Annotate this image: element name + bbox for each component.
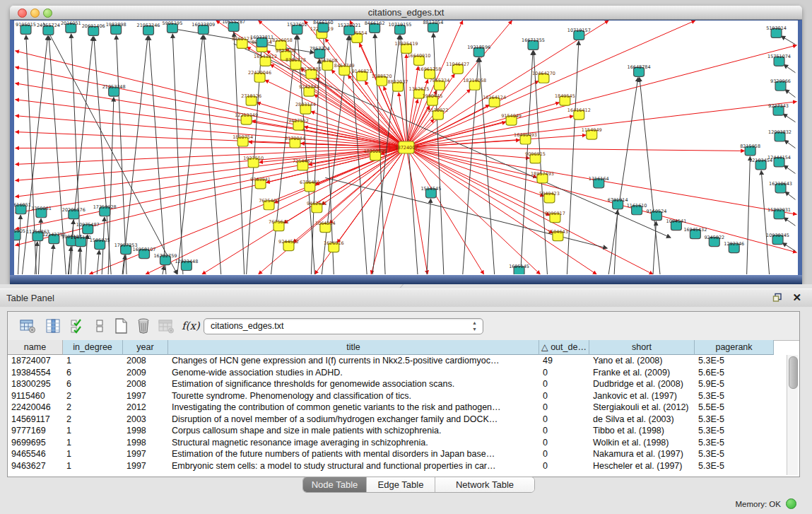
table-cell[interactable]: 5.3E-5 bbox=[695, 355, 774, 367]
edge[interactable] bbox=[784, 64, 795, 72]
table-cell[interactable]: Nakamura et al. (1997) bbox=[589, 448, 695, 460]
edge[interactable] bbox=[784, 165, 795, 173]
table-cell[interactable]: 1998 bbox=[123, 437, 168, 449]
table-cell[interactable]: 1 bbox=[63, 460, 123, 472]
edge[interactable] bbox=[78, 247, 80, 274]
edge[interactable] bbox=[406, 21, 695, 148]
table-cell[interactable]: Structural magnetic resonance image aver… bbox=[168, 437, 539, 449]
show-columns-icon[interactable] bbox=[45, 317, 61, 334]
table-cell[interactable]: Yano et al. (2008) bbox=[589, 355, 695, 367]
edge[interactable] bbox=[761, 170, 769, 274]
edge[interactable] bbox=[783, 114, 795, 122]
select-columns-icon[interactable] bbox=[69, 317, 86, 334]
edge[interactable] bbox=[782, 243, 795, 251]
table-cell[interactable]: 6 bbox=[63, 367, 123, 379]
table-cell[interactable]: 2012 bbox=[123, 402, 168, 414]
table-cell[interactable]: 0 bbox=[539, 414, 589, 426]
edge[interactable] bbox=[401, 35, 418, 274]
edge[interactable] bbox=[177, 35, 203, 274]
edge[interactable] bbox=[108, 98, 114, 274]
table-cell[interactable]: Corpus callosum shape and size in male p… bbox=[168, 425, 539, 437]
table-cell[interactable]: 18300295 bbox=[8, 378, 63, 390]
network-view[interactable]: 1872400718300295886012389129541822605898… bbox=[10, 20, 802, 275]
vertical-scrollbar[interactable] bbox=[787, 355, 798, 475]
edge[interactable] bbox=[116, 35, 126, 274]
table-cell[interactable]: Wolkin et al. (1998) bbox=[589, 437, 695, 449]
table-cell[interactable]: 19384554 bbox=[8, 367, 63, 379]
table-cell[interactable]: 9699695 bbox=[8, 437, 63, 449]
edge[interactable] bbox=[204, 35, 220, 274]
table-cell[interactable]: 1 bbox=[63, 448, 123, 460]
table-cell[interactable]: 1997 bbox=[123, 460, 168, 472]
table-cell[interactable]: 5.3E-5 bbox=[695, 425, 774, 437]
edge[interactable] bbox=[614, 210, 618, 274]
table-row[interactable]: 911546021997Tourette syndrome. Phenomeno… bbox=[8, 390, 787, 402]
table-cell[interactable]: Dudbridge et al. (2008) bbox=[589, 378, 695, 390]
column-header-year[interactable]: year bbox=[123, 340, 168, 355]
table-cell[interactable]: 5.3E-5 bbox=[695, 390, 774, 402]
column-header-in_degree[interactable]: in_degree bbox=[63, 340, 123, 355]
table-cell[interactable]: 5.3E-5 bbox=[695, 448, 774, 460]
rows-icon[interactable] bbox=[91, 317, 108, 334]
table-cell[interactable]: 5.3E-5 bbox=[695, 437, 774, 449]
table-row[interactable]: 2242004622012Investigating the contribut… bbox=[8, 402, 787, 414]
table-row[interactable]: 946554611997Estimation of the future num… bbox=[8, 448, 787, 460]
table-cell[interactable]: 2 bbox=[63, 402, 123, 414]
table-row[interactable]: 946362711997Embryonic stem cells: a mode… bbox=[8, 460, 787, 472]
edge[interactable] bbox=[653, 221, 657, 274]
delete-icon[interactable] bbox=[135, 317, 152, 334]
edge[interactable] bbox=[51, 245, 53, 274]
table-cell[interactable]: 0 bbox=[539, 425, 589, 437]
table-select-dropdown[interactable]: citations_edges.txt ▲▼ bbox=[204, 318, 483, 334]
window-titlebar[interactable]: citations_edges.txt bbox=[10, 6, 802, 20]
table-cell[interactable]: 9463627 bbox=[8, 460, 63, 472]
table-settings-icon[interactable] bbox=[19, 317, 36, 334]
table-cell[interactable]: 5.9E-5 bbox=[695, 378, 774, 390]
column-header-short[interactable]: short bbox=[589, 340, 695, 355]
edge[interactable] bbox=[406, 148, 484, 275]
column-header-out_de[interactable]: △ out_de… bbox=[539, 340, 589, 355]
edge[interactable] bbox=[406, 148, 653, 275]
close-panel-icon[interactable]: ✕ bbox=[792, 291, 801, 304]
table-cell[interactable]: Embryonic stem cells: a model to study s… bbox=[168, 460, 539, 472]
table-cell[interactable]: 1998 bbox=[123, 425, 168, 437]
tab-edge-table[interactable]: Edge Table bbox=[367, 477, 435, 492]
edge[interactable] bbox=[325, 38, 406, 147]
edge[interactable] bbox=[640, 78, 660, 274]
table-cell[interactable]: 5.5E-5 bbox=[695, 402, 774, 414]
table-row[interactable]: 1830029562008Estimation of significance … bbox=[8, 378, 787, 390]
table-cell[interactable]: 5.3E-5 bbox=[695, 414, 774, 426]
edge[interactable] bbox=[781, 36, 795, 45]
table-cell[interactable]: 9777169 bbox=[8, 425, 63, 437]
table-cell[interactable]: 49 bbox=[539, 355, 589, 367]
edge[interactable] bbox=[406, 148, 540, 275]
table-cell[interactable]: Changes of HCN gene expression and I(f) … bbox=[168, 355, 539, 367]
table-cell[interactable]: 0 bbox=[539, 378, 589, 390]
table-cell[interactable]: Franke et al. (2009) bbox=[589, 367, 695, 379]
edge[interactable] bbox=[234, 33, 245, 274]
edge[interactable] bbox=[784, 140, 795, 148]
edge[interactable] bbox=[479, 58, 494, 274]
edge[interactable] bbox=[16, 148, 406, 148]
tab-network-table[interactable]: Network Table bbox=[435, 477, 534, 492]
table-cell[interactable]: Tourette syndrome. Phenomenology and cla… bbox=[168, 390, 539, 402]
edge[interactable] bbox=[163, 266, 164, 274]
table-cell[interactable]: 1 bbox=[63, 437, 123, 449]
edge[interactable] bbox=[371, 148, 406, 275]
table-row[interactable]: 969969511998Structural magnetic resonanc… bbox=[8, 437, 787, 449]
network-window[interactable]: citations_edges.txt 18724007183002958860… bbox=[10, 6, 802, 284]
table-cell[interactable]: 9465546 bbox=[8, 448, 63, 460]
table-cell[interactable]: 9115460 bbox=[8, 390, 63, 402]
table-cell[interactable]: 0 bbox=[539, 437, 589, 449]
network-canvas[interactable]: 1872400718300295886012389129541822605898… bbox=[14, 21, 798, 274]
table-cell[interactable]: 2 bbox=[63, 414, 123, 426]
edge[interactable] bbox=[785, 90, 796, 98]
table-cell[interactable]: de Silva et al. (2003) bbox=[589, 414, 695, 426]
table-cell[interactable]: Jankovic et al. (1997) bbox=[589, 390, 695, 402]
table-cell[interactable]: 14569117 bbox=[8, 414, 63, 426]
edge[interactable] bbox=[149, 36, 166, 274]
edge[interactable] bbox=[406, 148, 745, 151]
table-cell[interactable]: 1 bbox=[63, 355, 123, 367]
edge[interactable] bbox=[427, 199, 431, 274]
edge[interactable] bbox=[406, 148, 550, 216]
